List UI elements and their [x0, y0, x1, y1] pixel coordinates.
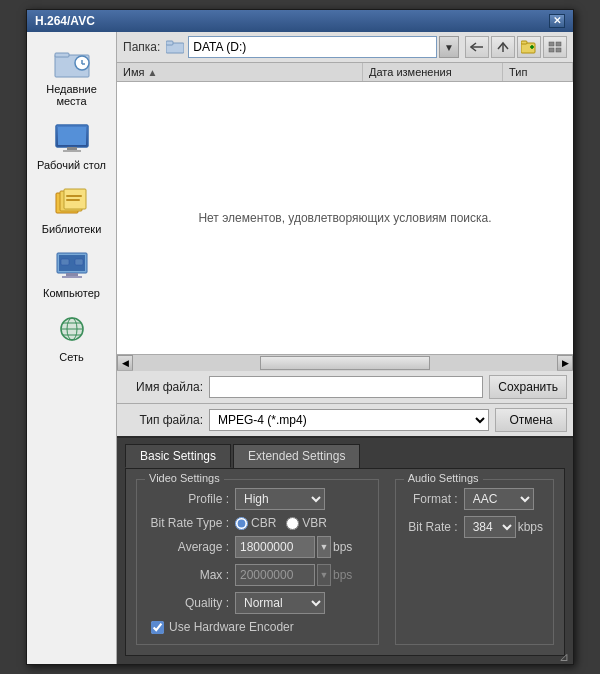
title-bar-buttons: ✕: [549, 14, 565, 28]
audio-format-select[interactable]: AAC MP3: [464, 488, 534, 510]
scroll-right-button[interactable]: ▶: [557, 355, 573, 371]
profile-select[interactable]: High Main Baseline: [235, 488, 325, 510]
svg-rect-8: [67, 147, 77, 150]
svg-rect-13: [66, 195, 82, 197]
filetype-label: Тип файла:: [123, 413, 203, 427]
svg-rect-35: [549, 42, 554, 46]
cbr-radio[interactable]: [235, 517, 248, 530]
scroll-track[interactable]: [133, 355, 557, 371]
svg-rect-17: [66, 273, 78, 276]
up-button[interactable]: [491, 36, 515, 58]
view-button[interactable]: [543, 36, 567, 58]
folder-path-input[interactable]: [188, 36, 437, 58]
folder-label: Папка:: [123, 40, 160, 54]
recent-icon: [52, 45, 92, 81]
max-row: Max : ▼ bps: [147, 564, 368, 586]
main-dialog: H.264/AVC ✕ Недавние места: [26, 9, 574, 665]
tab-extended[interactable]: Extended Settings: [233, 444, 360, 468]
profile-row: Profile : High Main Baseline: [147, 488, 368, 510]
desktop-label: Рабочий стол: [37, 159, 106, 171]
save-button[interactable]: Сохранить: [489, 375, 567, 399]
tab-basic[interactable]: Basic Settings: [125, 444, 231, 468]
cbr-label: CBR: [251, 516, 276, 530]
max-unit: bps: [333, 568, 352, 582]
col-name[interactable]: Имя ▲: [117, 63, 363, 81]
audio-bitrate-select[interactable]: 384 256 192 128: [464, 516, 516, 538]
folder-dropdown-button[interactable]: ▼: [439, 36, 459, 58]
horizontal-scrollbar[interactable]: ◀ ▶: [117, 354, 573, 370]
vbr-option[interactable]: VBR: [286, 516, 327, 530]
computer-icon: [52, 249, 92, 285]
bitrate-type-row: Bit Rate Type : CBR VBR: [147, 516, 368, 530]
file-browser: Папка: ▼: [117, 32, 573, 436]
sidebar-item-desktop[interactable]: Рабочий стол: [32, 116, 112, 176]
filetype-select[interactable]: MPEG-4 (*.mp4): [209, 409, 489, 431]
svg-rect-28: [166, 41, 173, 45]
video-settings-label: Video Settings: [145, 472, 224, 484]
vbr-label: VBR: [302, 516, 327, 530]
quality-select[interactable]: Normal High Low: [235, 592, 325, 614]
svg-point-26: [60, 317, 84, 341]
sidebar-item-network[interactable]: Сеть: [32, 308, 112, 368]
libraries-icon: [52, 185, 92, 221]
folder-icon: [166, 40, 184, 54]
svg-rect-37: [549, 48, 554, 52]
dialog-title: H.264/AVC: [35, 14, 95, 28]
sidebar-item-computer[interactable]: Компьютер: [32, 244, 112, 304]
file-list-body: Нет элементов, удовлетворяющих условиям …: [117, 82, 573, 354]
hw-encoder-checkbox[interactable]: [151, 621, 164, 634]
col-type[interactable]: Тип: [503, 63, 573, 81]
svg-rect-7: [58, 127, 86, 145]
folder-input-wrap: ▼: [166, 36, 459, 58]
resize-handle[interactable]: ⊿: [559, 650, 573, 664]
audio-settings-label: Audio Settings: [404, 472, 483, 484]
new-folder-button[interactable]: [517, 36, 541, 58]
svg-rect-18: [62, 276, 82, 278]
libraries-label: Библиотеки: [42, 223, 102, 235]
tab-content: Video Settings Profile : High Main Basel…: [125, 468, 565, 656]
recent-label: Недавние места: [37, 83, 107, 107]
average-row: Average : ▼ bps: [147, 536, 368, 558]
settings-panel: Basic Settings Extended Settings Video S…: [117, 436, 573, 664]
vbr-radio[interactable]: [286, 517, 299, 530]
average-dropdown-btn[interactable]: ▼: [317, 536, 331, 558]
audio-format-row: Format : AAC MP3: [406, 488, 543, 510]
audio-format-label: Format :: [406, 492, 458, 506]
toolbar-buttons: [465, 36, 567, 58]
filename-input[interactable]: [209, 376, 483, 398]
desktop-icon: [52, 121, 92, 157]
max-input[interactable]: [235, 564, 315, 586]
bitrate-type-label: Bit Rate Type :: [147, 516, 229, 530]
max-label: Max :: [147, 568, 229, 582]
svg-rect-9: [63, 150, 81, 152]
content-area: Недавние места: [27, 32, 573, 664]
sidebar: Недавние места: [27, 32, 117, 664]
folder-bar: Папка: ▼: [117, 32, 573, 63]
svg-rect-14: [66, 199, 80, 201]
audio-bitrate-unit: kbps: [518, 520, 543, 534]
svg-rect-20: [75, 259, 83, 265]
col-date[interactable]: Дата изменения: [363, 63, 503, 81]
profile-label: Profile :: [147, 492, 229, 506]
cbr-option[interactable]: CBR: [235, 516, 276, 530]
filename-label: Имя файла:: [123, 380, 203, 394]
svg-rect-1: [55, 53, 69, 57]
scroll-thumb[interactable]: [260, 356, 430, 370]
cancel-button[interactable]: Отмена: [495, 408, 567, 432]
audio-bitrate-label: Bit Rate :: [406, 520, 458, 534]
max-dropdown-btn: ▼: [317, 564, 331, 586]
sidebar-item-libraries[interactable]: Библиотеки: [32, 180, 112, 240]
tab-bar: Basic Settings Extended Settings: [125, 444, 565, 468]
average-unit: bps: [333, 540, 352, 554]
sidebar-item-recent[interactable]: Недавние места: [32, 40, 112, 112]
average-label: Average :: [147, 540, 229, 554]
close-button[interactable]: ✕: [549, 14, 565, 28]
hw-encoder-label: Use Hardware Encoder: [169, 620, 294, 634]
file-list-header: Имя ▲ Дата изменения Тип: [117, 63, 573, 82]
scroll-left-button[interactable]: ◀: [117, 355, 133, 371]
back-button[interactable]: [465, 36, 489, 58]
quality-row: Quality : Normal High Low: [147, 592, 368, 614]
svg-rect-19: [61, 259, 69, 265]
average-input[interactable]: [235, 536, 315, 558]
svg-rect-38: [556, 48, 561, 52]
